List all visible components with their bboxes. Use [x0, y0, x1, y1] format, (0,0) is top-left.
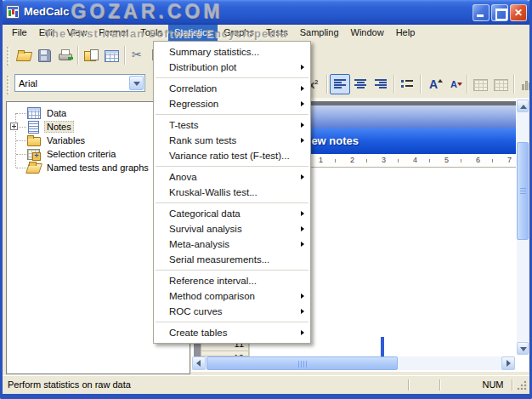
toolbar-grip[interactable]	[7, 47, 9, 66]
ruler-number: 1	[319, 156, 323, 164]
menu-item[interactable]: Reference interval...	[154, 273, 310, 288]
menu-item[interactable]: Anova	[154, 169, 310, 185]
sidebar-item-label: Data	[44, 107, 69, 119]
toolbar-separator	[467, 75, 467, 94]
submenu-arrow-icon	[301, 226, 304, 231]
menu-item[interactable]: Summary statistics...	[154, 44, 310, 60]
watermark-subtext: The First Iranian Software Encyclopedia	[44, 27, 287, 40]
sidebar-item-label: Selection criteria	[44, 148, 118, 160]
chevron-down-icon[interactable]	[129, 76, 144, 90]
num-lock-indicator: NUM	[476, 379, 510, 390]
save-button[interactable]	[34, 45, 54, 66]
font-decrease-button[interactable]: A	[444, 74, 464, 94]
vertical-scrollbar[interactable]	[517, 100, 529, 355]
toolbar-separator	[420, 75, 421, 94]
menu-item[interactable]: Variance ratio test (F-test)...	[154, 148, 310, 163]
menu-item[interactable]: Kruskal-Wallis test...	[154, 185, 310, 200]
resize-grip[interactable]	[517, 380, 527, 390]
ruler-number: 2	[350, 156, 354, 164]
open-folder-icon	[17, 48, 31, 62]
open-folder-icon	[27, 162, 41, 174]
menu-item-label: Anova	[169, 172, 197, 182]
align-right-button[interactable]	[371, 74, 391, 94]
notes-icon	[27, 121, 41, 133]
align-center-button[interactable]	[350, 74, 371, 94]
vertical-scroll-thumb[interactable]	[517, 142, 529, 240]
font-increase-button[interactable]: A	[423, 74, 444, 94]
insert-table-button[interactable]	[470, 74, 490, 94]
horizontal-scroll-thumb[interactable]	[207, 356, 398, 370]
align-left-button[interactable]	[330, 74, 350, 94]
menu-item[interactable]: Create tables	[154, 325, 310, 340]
titlebar[interactable]: MedCalc GOZAR.COM	[0, 0, 532, 25]
statusbar-separator	[512, 379, 512, 390]
notes-window-title: New notes	[303, 134, 359, 147]
ruler-tick	[429, 159, 430, 162]
submenu-arrow-icon	[301, 211, 304, 216]
ruler-number: 7	[507, 156, 512, 164]
menu-separator	[156, 166, 308, 167]
horizontal-scrollbar[interactable]	[192, 356, 515, 370]
menu-item-label: Regression	[169, 99, 218, 109]
menu-item[interactable]: Survival analysis	[154, 221, 310, 237]
table-icon	[105, 48, 118, 62]
menu-separator	[156, 77, 308, 78]
statusbar-separator	[439, 379, 440, 390]
expand-icon[interactable]	[10, 123, 18, 130]
sidebar-item-label: Notes	[44, 121, 74, 133]
menu-item[interactable]: ROC curves	[154, 304, 310, 319]
print-button[interactable]	[54, 45, 75, 66]
minimize-button[interactable]	[473, 4, 490, 21]
menu-item-label: Rank sum tests	[169, 135, 236, 145]
ruler-tick	[398, 159, 399, 162]
chart-button[interactable]	[517, 74, 532, 94]
menu-item-label: ROC curves	[169, 306, 223, 316]
menu-item-label: Categorical data	[169, 208, 241, 219]
menubar-item-file[interactable]: File	[6, 25, 33, 42]
scroll-down-button[interactable]	[517, 342, 529, 355]
menubar-item-window[interactable]: Window	[345, 25, 390, 42]
bullet-list-button[interactable]	[397, 74, 417, 94]
print-icon	[58, 48, 71, 62]
menu-item[interactable]: Correlation	[154, 81, 310, 96]
menu-item-label: Correlation	[169, 83, 217, 94]
table-properties-button[interactable]	[490, 74, 511, 94]
font-select[interactable]: Arial	[14, 74, 145, 92]
menubar-item-sampling[interactable]: Sampling	[294, 25, 345, 42]
ruler-tick	[461, 159, 461, 162]
submenu-arrow-icon	[301, 65, 304, 70]
menu-item[interactable]: Meta-analysis	[154, 237, 310, 252]
menu-separator	[156, 270, 308, 271]
submenu-arrow-icon	[301, 309, 304, 314]
scroll-left-button[interactable]	[192, 356, 206, 370]
browse-button[interactable]	[81, 45, 101, 66]
scroll-up-button[interactable]	[517, 100, 529, 112]
menu-item[interactable]: Distribution plot	[154, 60, 310, 75]
menubar-item-help[interactable]: Help	[390, 25, 422, 42]
menu-item[interactable]: Categorical data	[154, 206, 310, 221]
app-icon[interactable]	[6, 5, 20, 19]
maximize-button[interactable]	[491, 4, 508, 21]
open-file-button[interactable]	[14, 45, 34, 66]
bullet-list-icon	[400, 77, 414, 91]
close-button[interactable]	[510, 4, 527, 21]
menu-item[interactable]: Serial measurements...	[154, 252, 310, 267]
cut-button[interactable]	[127, 45, 148, 66]
arrow-right-icon	[507, 360, 511, 367]
menu-item-label: Serial measurements...	[169, 254, 269, 265]
menu-item[interactable]: Regression	[154, 96, 310, 111]
scroll-right-button[interactable]	[501, 356, 515, 370]
criteria-icon	[27, 148, 41, 160]
menu-item[interactable]: Rank sum tests	[154, 133, 310, 148]
data-table-button[interactable]	[101, 45, 122, 66]
ruler-tick	[492, 159, 493, 162]
spreadsheet-selection-border	[381, 337, 384, 356]
grid2-disabled-icon	[494, 77, 507, 91]
submenu-arrow-icon	[301, 242, 304, 247]
table-icon	[27, 107, 41, 119]
toolbar-grip[interactable]	[7, 76, 9, 94]
menu-item[interactable]: Method comparison	[154, 288, 310, 304]
menu-separator	[156, 202, 308, 203]
menu-item-label: Method comparison	[169, 291, 255, 301]
menu-item[interactable]: T-tests	[154, 117, 310, 133]
